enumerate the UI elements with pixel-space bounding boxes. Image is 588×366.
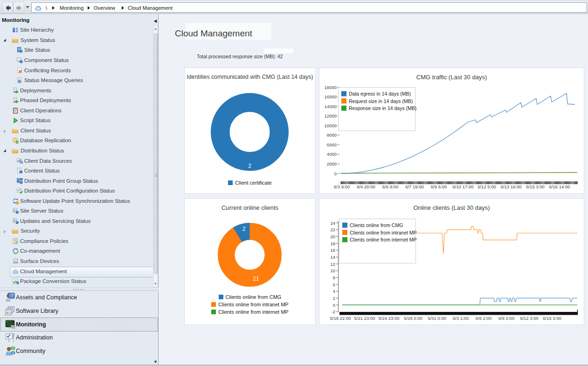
svg-text:18: 18 — [330, 241, 335, 246]
svg-text:Clients online from intranet M: Clients online from intranet MP — [350, 230, 417, 235]
svg-text:18000: 18000 — [325, 85, 337, 90]
svg-text:14: 14 — [330, 255, 335, 260]
svg-text:Data egress in 14 days (MB): Data egress in 14 days (MB) — [349, 91, 411, 97]
svg-text:6: 6 — [333, 282, 335, 287]
svg-text:6/12 3:00: 6/12 3:00 — [520, 316, 539, 321]
svg-text:6/15 3:00: 6/15 3:00 — [526, 184, 545, 189]
svg-text:22: 22 — [330, 227, 335, 232]
svg-text:6000: 6000 — [327, 142, 337, 147]
svg-text:6/9 2:00: 6/9 2:00 — [498, 316, 514, 321]
svg-text:6/6 8:00: 6/6 8:00 — [382, 184, 398, 189]
svg-text:2000: 2000 — [327, 161, 337, 166]
svg-text:6/6 2:00: 6/6 2:00 — [476, 316, 491, 321]
svg-text:14000: 14000 — [325, 104, 337, 109]
svg-text:6/12 5:00: 6/12 5:00 — [477, 184, 496, 189]
svg-text:6/9 6:00: 6/9 6:00 — [431, 184, 447, 189]
svg-text:8000: 8000 — [327, 132, 337, 138]
svg-text:Response size in 14 days (MB): Response size in 14 days (MB) — [349, 105, 416, 111]
svg-text:6/10 17:00: 6/10 17:00 — [453, 184, 474, 189]
svg-text:12000: 12000 — [325, 113, 337, 118]
svg-text:0: 0 — [333, 303, 335, 308]
svg-text:5/24 23:00: 5/24 23:00 — [379, 316, 400, 321]
svg-text:4000: 4000 — [327, 152, 337, 157]
svg-text:21: 21 — [253, 276, 259, 282]
svg-text:6/7 19:00: 6/7 19:00 — [405, 184, 424, 189]
svg-text:Clients online from CMG: Clients online from CMG — [350, 222, 403, 228]
svg-text:6/13 16:00: 6/13 16:00 — [501, 184, 522, 189]
svg-text:Clients online from internet M: Clients online from internet MP — [350, 237, 417, 242]
svg-text:6/4 20:00: 6/4 20:00 — [357, 184, 375, 189]
svg-text:8: 8 — [333, 275, 335, 280]
svg-text:Request size in 14 days (MB): Request size in 14 days (MB) — [349, 98, 413, 104]
svg-text:6/3 9:00: 6/3 9:00 — [334, 184, 350, 189]
svg-text:12: 12 — [330, 262, 335, 267]
svg-text:5/28 0:00: 5/28 0:00 — [404, 316, 422, 321]
svg-text:16000: 16000 — [325, 94, 337, 99]
svg-text:5/18 22:00: 5/18 22:00 — [330, 316, 351, 321]
svg-text:0: 0 — [334, 171, 337, 176]
svg-text:2: 2 — [248, 163, 251, 169]
svg-text:24: 24 — [330, 221, 335, 226]
svg-text:20: 20 — [330, 234, 335, 239]
svg-text:16: 16 — [330, 248, 335, 253]
svg-text:5/31 0:00: 5/31 0:00 — [428, 316, 446, 321]
svg-text:2: 2 — [333, 296, 335, 301]
svg-text:10000: 10000 — [325, 123, 337, 128]
svg-text:5/21 23:00: 5/21 23:00 — [354, 316, 375, 321]
svg-text:-2: -2 — [332, 309, 335, 314]
svg-text:4: 4 — [333, 289, 335, 294]
svg-text:6/16 14:00: 6/16 14:00 — [549, 184, 570, 189]
svg-text:6/3 1:00: 6/3 1:00 — [453, 316, 469, 321]
svg-text:2: 2 — [242, 226, 246, 232]
svg-text:6/15 3:00: 6/15 3:00 — [543, 316, 561, 321]
svg-text:10: 10 — [330, 268, 335, 273]
